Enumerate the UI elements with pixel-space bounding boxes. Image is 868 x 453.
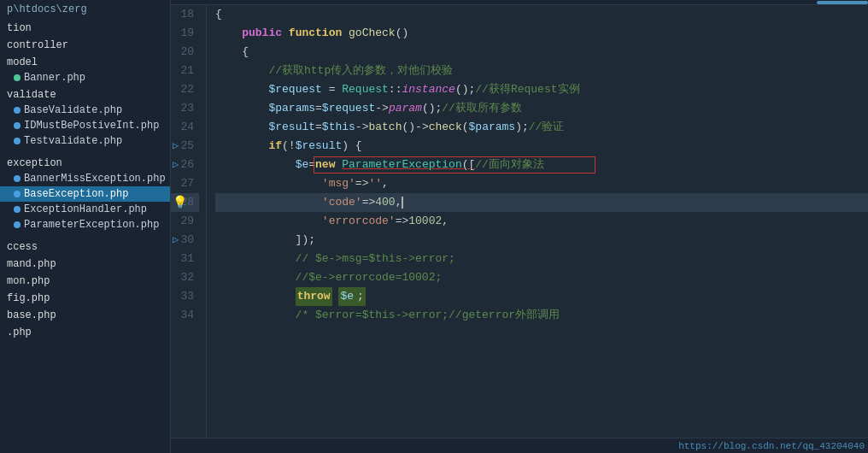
sidebar-path: p\htdocs\zerg [0, 0, 170, 19]
sidebar-group-model: model [0, 53, 170, 70]
line-num-27: 27 [171, 174, 199, 193]
code-line-25: if(!$result) { [215, 137, 868, 156]
line-num-28: 💡 28 [171, 193, 199, 212]
line-num-33: 33 [171, 287, 199, 306]
sidebar-item-baseexception[interactable]: BaseException.php [0, 186, 170, 202]
sidebar-item-label: ParameterException.php [24, 219, 159, 231]
line-num-24: 24 [171, 118, 199, 137]
code-line-22: $request = Request::instance();//获得Reque… [215, 80, 868, 99]
dot-icon [14, 191, 21, 197]
sidebar-group-php: .php [0, 323, 170, 340]
code-line-31: // $e->msg=$this->error; [215, 250, 868, 268]
sidebar-item-exceptionhandler[interactable]: ExceptionHandler.php [0, 202, 170, 217]
dot-icon [14, 206, 21, 213]
dot-icon [14, 122, 21, 129]
sidebar-item-label: Testvalidate.php [24, 135, 122, 147]
sidebar: p\htdocs\zerg tion controller model Bann… [0, 0, 171, 453]
code-line-20: { [215, 43, 868, 62]
dot-icon [14, 175, 21, 182]
dot-icon [14, 221, 21, 228]
line-numbers: 18 19 20 21 22 23 24 ▷ 25 ▷ 26 27 💡 28 2… [171, 5, 207, 438]
sidebar-item-testvalidate[interactable]: Testvalidate.php [0, 133, 170, 149]
sidebar-group-fig: fig.php [0, 289, 170, 306]
code-line-29: 'errorcode'=>10002, [215, 212, 868, 231]
sidebar-group-base: base.php [0, 306, 170, 323]
sidebar-group-tion: tion [0, 19, 170, 36]
line-num-31: 31 [171, 250, 199, 268]
sidebar-item-idmust[interactable]: IDMustBePostiveInt.php [0, 118, 170, 133]
code-lines[interactable]: { public function goCheck() { //获取http传入… [207, 5, 868, 438]
code-line-32: //$e->errorcode=10002; [215, 268, 868, 287]
sidebar-group-mand: mand.php [0, 255, 170, 272]
sidebar-item-label: BannerMissException.php [24, 173, 166, 185]
line-num-21: 21 [171, 62, 199, 80]
sidebar-item-label: ExceptionHandler.php [24, 203, 147, 215]
sidebar-item-label: BaseException.php [24, 188, 128, 200]
editor: 18 19 20 21 22 23 24 ▷ 25 ▷ 26 27 💡 28 2… [171, 0, 868, 453]
code-line-24: $result=$this->batch()->check($params);/… [215, 118, 868, 137]
url-text: https://blog.csdn.net/qq_43204040 [678, 441, 865, 451]
line-num-34: 34 [171, 306, 199, 325]
sidebar-group-validate: validate [0, 85, 170, 103]
line-num-25: ▷ 25 [171, 137, 199, 156]
code-line-26: $e=new ParameterException([//面向对象法 [215, 156, 868, 174]
line-num-26: ▷ 26 [171, 156, 199, 174]
code-line-27: 'msg'=>'', [215, 174, 868, 193]
sidebar-item-label: IDMustBePostiveInt.php [24, 120, 159, 132]
code-line-33: throw $e; [215, 287, 868, 306]
sidebar-item-banner[interactable]: Banner.php [0, 70, 170, 85]
code-container: 18 19 20 21 22 23 24 ▷ 25 ▷ 26 27 💡 28 2… [171, 5, 868, 438]
sidebar-group-mon: mon.php [0, 272, 170, 289]
sidebar-group-exception: exception [0, 154, 170, 171]
line-num-19: 19 [171, 24, 199, 43]
line-num-18: 18 [171, 5, 199, 24]
sidebar-item-basevalidate[interactable]: BaseValidate.php [0, 103, 170, 118]
line-num-30: ▷ 30 [171, 231, 199, 250]
sidebar-group-ccess: ccess [0, 238, 170, 255]
code-line-23: $params=$request->param();//获取所有参数 [215, 99, 868, 118]
code-line-28: 'code'=>400, [215, 193, 868, 212]
line-num-23: 23 [171, 99, 199, 118]
line-num-20: 20 [171, 43, 199, 62]
sidebar-group-controller: controller [0, 36, 170, 53]
code-line-18: { [215, 5, 868, 24]
code-line-19: public function goCheck() [215, 24, 868, 43]
line-num-32: 32 [171, 268, 199, 287]
sidebar-item-parameterexception[interactable]: ParameterException.php [0, 217, 170, 232]
dot-icon [14, 74, 21, 81]
scroll-thumb[interactable] [817, 1, 868, 4]
url-bar: https://blog.csdn.net/qq_43204040 [171, 438, 868, 453]
code-line-21: //获取http传入的参数，对他们校验 [215, 62, 868, 80]
sidebar-item-label: Banner.php [24, 72, 85, 84]
code-line-30: ]); [215, 231, 868, 250]
line-num-29: 29 [171, 212, 199, 231]
sidebar-item-bannermiss[interactable]: BannerMissException.php [0, 171, 170, 186]
dot-icon [14, 138, 21, 144]
code-line-34: /* $error=$this->error;//geterror外部调用 [215, 306, 868, 325]
line-num-22: 22 [171, 80, 199, 99]
dot-icon [14, 107, 21, 114]
sidebar-item-label: BaseValidate.php [24, 104, 122, 116]
